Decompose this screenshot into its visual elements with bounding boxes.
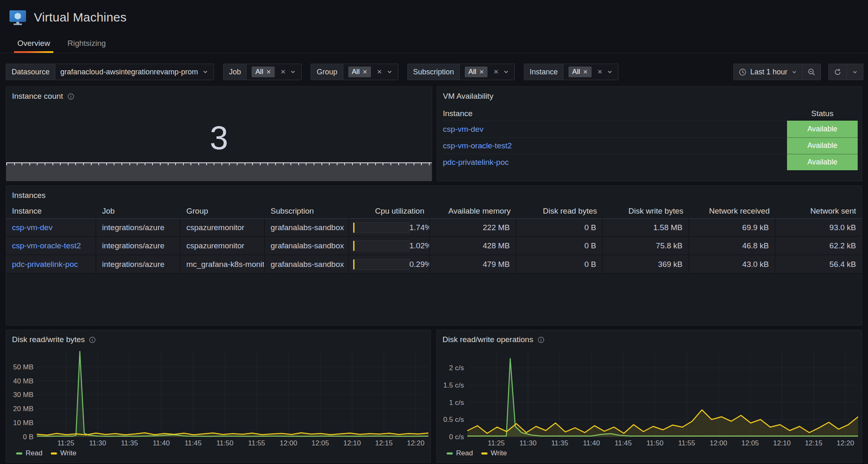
selected-option-chip[interactable]: All ✕ xyxy=(252,67,275,77)
variable-label: Group xyxy=(311,64,342,80)
cell-disk-write-bytes: 75.8 kB xyxy=(603,237,689,255)
variable-select[interactable]: All ✕ ✕ xyxy=(343,64,398,80)
cell-disk-read-bytes: 0 B xyxy=(516,255,603,274)
vm-instance-link[interactable]: csp-vm-oracle-test2 xyxy=(443,137,787,154)
cpu-value: 1.74% xyxy=(409,223,430,232)
variable-select[interactable]: All ✕ ✕ xyxy=(459,64,515,80)
legend-item-write[interactable]: Write xyxy=(481,449,507,457)
svg-text:12:05: 12:05 xyxy=(742,439,759,447)
cpu-gauge xyxy=(353,222,409,233)
zoom-out-button[interactable] xyxy=(803,64,820,80)
legend-label: Write xyxy=(60,449,76,457)
variable-label: Instance xyxy=(524,64,563,80)
panel-title: VM Availability xyxy=(443,92,493,101)
chevron-down-icon xyxy=(852,69,858,75)
selected-option-label: All xyxy=(255,68,263,76)
cell-instance-link[interactable]: csp-vm-oracle-test2 xyxy=(6,237,96,255)
svg-text:50 MB: 50 MB xyxy=(13,363,33,371)
time-range-picker[interactable]: Last 1 hour xyxy=(734,64,802,80)
svg-text:11:40: 11:40 xyxy=(153,439,170,447)
disk-bytes-panel: Disk read/write bytes 0 B10 MB20 MB30 MB… xyxy=(6,330,431,463)
cell-job: integrations/azure xyxy=(96,218,181,237)
grafana-dashboard: Virtual Machines OverviewRightsizing Dat… xyxy=(0,0,868,464)
refresh-button[interactable] xyxy=(829,64,847,80)
selected-option-chip[interactable]: All ✕ xyxy=(568,67,592,77)
cpu-gauge xyxy=(353,240,409,251)
svg-text:0.5 c/s: 0.5 c/s xyxy=(443,416,464,424)
column-header-subscription[interactable]: Subscription xyxy=(265,204,349,218)
chevron-down-icon xyxy=(386,69,393,75)
column-header-disk-write-bytes[interactable]: Disk write bytes xyxy=(603,204,689,218)
column-header-group[interactable]: Group xyxy=(181,204,265,218)
cell-cpu-utilization: 0.29% xyxy=(349,255,430,274)
instance-count-gauge xyxy=(6,162,432,181)
cpu-value: 0.29% xyxy=(409,260,430,269)
variable-filter-job: Job All ✕ ✕ xyxy=(223,64,302,80)
disk-bytes-chart[interactable]: 0 B10 MB20 MB30 MB40 MB50 MB11:2511:3011… xyxy=(10,346,428,447)
remove-option-icon[interactable]: ✕ xyxy=(583,69,588,75)
legend-item-read[interactable]: Read xyxy=(447,449,473,457)
cell-job: integrations/azure xyxy=(96,255,181,274)
selected-option-chip[interactable]: All ✕ xyxy=(348,67,371,77)
selected-option-label: All xyxy=(572,68,580,76)
variable-select[interactable]: All ✕ ✕ xyxy=(563,64,618,80)
cell-group: cspazuremonitor xyxy=(181,218,265,237)
svg-text:12:00: 12:00 xyxy=(280,439,297,447)
clear-selection-icon[interactable]: ✕ xyxy=(493,68,499,76)
cell-disk-read-bytes: 0 B xyxy=(516,237,603,255)
info-icon[interactable] xyxy=(89,336,96,343)
refresh-button-group xyxy=(828,64,863,80)
column-header-cpu-utilization[interactable]: Cpu utilization xyxy=(349,204,430,218)
column-header-job[interactable]: Job xyxy=(96,204,181,218)
refresh-interval-dropdown[interactable] xyxy=(847,64,863,80)
clear-selection-icon[interactable]: ✕ xyxy=(377,68,382,76)
svg-text:11:45: 11:45 xyxy=(185,439,202,447)
chevron-down-icon xyxy=(791,69,797,75)
cell-available-memory: 222 MB xyxy=(430,218,516,237)
vm-availability-panel: VM Availability Instance Status csp-vm-d… xyxy=(437,86,862,181)
cell-cpu-utilization: 1.74% xyxy=(349,218,430,237)
vm-instance-link[interactable]: csp-vm-dev xyxy=(443,121,787,137)
vm-instance-link[interactable]: pdc-privatelink-poc xyxy=(443,154,787,170)
remove-option-icon[interactable]: ✕ xyxy=(266,69,271,75)
cell-subscription: grafanalabs-sandbox xyxy=(265,237,349,255)
cell-network-received: 46.8 kB xyxy=(689,237,775,255)
virtual-machine-logo-icon xyxy=(8,8,27,27)
tab-overview[interactable]: Overview xyxy=(14,36,53,53)
remove-option-icon[interactable]: ✕ xyxy=(362,69,367,75)
column-header-status[interactable]: Status xyxy=(787,107,858,121)
svg-text:11:35: 11:35 xyxy=(121,439,138,447)
cell-subscription: grafanalabs-sandbox xyxy=(265,218,349,237)
svg-text:12:15: 12:15 xyxy=(375,439,393,447)
column-header-instance[interactable]: Instance xyxy=(443,107,787,121)
variable-label: Subscription xyxy=(407,64,459,80)
datasource-select[interactable]: grafanacloud-awsintegrationrevamp-prom xyxy=(55,64,214,80)
instances-table-body: csp-vm-dev integrations/azure cspazuremo… xyxy=(6,218,862,274)
clear-selection-icon[interactable]: ✕ xyxy=(281,68,286,76)
svg-text:10 MB: 10 MB xyxy=(13,419,33,427)
svg-text:11:50: 11:50 xyxy=(647,439,663,447)
instance-count-value: 3 xyxy=(210,121,228,155)
legend-item-write[interactable]: Write xyxy=(51,449,76,457)
column-header-disk-read-bytes[interactable]: Disk read bytes xyxy=(516,204,603,218)
tab-rightsizing[interactable]: Rightsizing xyxy=(64,36,109,53)
selected-option-label: All xyxy=(468,68,476,76)
variable-select[interactable]: All ✕ ✕ xyxy=(246,64,302,80)
info-icon[interactable] xyxy=(67,93,74,100)
instances-panel: Instances InstanceJobGroupSubscriptionCp… xyxy=(6,186,862,326)
remove-option-icon[interactable]: ✕ xyxy=(479,69,484,75)
column-header-available-memory[interactable]: Available memory xyxy=(430,204,516,218)
cell-instance-link[interactable]: pdc-privatelink-poc xyxy=(6,255,96,274)
selected-option-chip[interactable]: All ✕ xyxy=(465,67,488,77)
column-header-instance[interactable]: Instance xyxy=(6,204,96,218)
panel-title: Instance count xyxy=(12,92,63,101)
column-header-network-received[interactable]: Network received xyxy=(689,204,775,218)
svg-text:0 B: 0 B xyxy=(23,433,33,441)
disk-ops-chart[interactable]: 0 c/s0.5 c/s1 c/s1.5 c/s2 c/s11:2511:301… xyxy=(440,346,858,447)
legend-item-read[interactable]: Read xyxy=(16,449,43,457)
column-header-network-sent[interactable]: Network sent xyxy=(775,204,862,218)
cell-instance-link[interactable]: csp-vm-dev xyxy=(6,218,96,237)
clear-selection-icon[interactable]: ✕ xyxy=(597,68,603,76)
page-title: Virtual Machines xyxy=(34,10,126,24)
info-icon[interactable] xyxy=(537,336,545,343)
